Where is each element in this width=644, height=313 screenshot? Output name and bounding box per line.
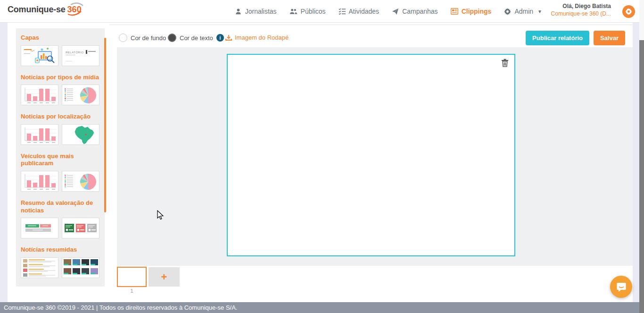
page-number-label: 1	[117, 288, 147, 294]
thumbnail-bar-chart[interactable]	[21, 171, 58, 192]
user-menu[interactable]: Olá, Diego Batista Comunique-se 360 (D..…	[551, 3, 611, 17]
people-icon	[289, 8, 297, 15]
sidebar-section-localizacao: Noticias por localização	[21, 113, 100, 145]
newspaper-icon	[451, 8, 458, 15]
section-title: Resumo da valoração de noticias	[21, 199, 100, 214]
nav-item-admin[interactable]: Admin ▼	[504, 8, 542, 15]
thumbnail-news-list[interactable]	[21, 257, 58, 278]
thumbnail-bar-chart[interactable]	[21, 85, 58, 105]
radio-cor-de-texto[interactable]: Cor de texto i	[168, 34, 224, 42]
thumbnail-brazil-map[interactable]	[62, 124, 99, 145]
thumbnail-pie-chart[interactable]	[62, 171, 99, 192]
sidebar-section-veiculos: Veículos que mais publicaram	[21, 152, 100, 192]
section-title: Noticias por tipos de mídia	[21, 74, 100, 81]
gear-icon	[625, 8, 632, 15]
sidebar-section-noticias-resumidas: Notícias resumidas	[21, 246, 100, 278]
svg-text:RELATÓRIO: RELATÓRIO	[66, 51, 84, 54]
chevron-down-icon: ▼	[537, 9, 542, 14]
valuation-bars-preview	[21, 218, 58, 238]
main-navigation: Jornalistas Públicos Atividades Campanha…	[235, 0, 542, 23]
footer-image-link[interactable]: Imagem do Rodapé	[225, 34, 289, 41]
brazil-map-preview	[62, 125, 99, 144]
trash-icon[interactable]	[501, 59, 509, 67]
scrollbar-thumb[interactable]	[639, 40, 644, 313]
pie-chart-preview	[62, 171, 99, 191]
bar-chart-preview	[21, 125, 58, 144]
sidebar-section-valoracao: Resumo da valoração de noticias	[21, 199, 100, 238]
thumbnail-valuation-cards[interactable]	[62, 218, 99, 238]
news-list-preview	[21, 258, 58, 278]
section-title: Capas	[21, 34, 100, 42]
thumbnail-cover-relatorio[interactable]: RELATÓRIO	[62, 45, 99, 66]
user-greeting: Olá, Diego Batista	[551, 3, 611, 9]
nav-item-clippings[interactable]: Clippings	[451, 8, 492, 15]
checklist-icon	[339, 8, 346, 15]
top-navbar: Comunique-se 360 Jornalistas Públicos At…	[0, 0, 639, 23]
chat-launcher-button[interactable]	[610, 276, 632, 298]
bar-chart-preview	[21, 85, 58, 105]
nav-item-publicos[interactable]: Públicos	[289, 8, 326, 15]
section-title: Noticias por localização	[21, 113, 100, 120]
sidebar-scrollbar-thumb[interactable]	[104, 38, 106, 212]
valuation-cards-preview	[62, 218, 99, 238]
radio-circle-checked[interactable]	[168, 34, 176, 42]
settings-button[interactable]	[622, 5, 635, 18]
cover-illustration-preview	[21, 46, 58, 66]
section-title: Notícias resumidas	[21, 246, 100, 254]
widgets-sidebar: Capas	[16, 28, 105, 287]
add-page-button[interactable]: +	[149, 267, 180, 287]
nav-item-campanhas[interactable]: Campanhas	[392, 8, 438, 15]
editor-toolbar: Cor de fundo Cor de texto i Imagem do Ro…	[117, 29, 633, 47]
info-icon[interactable]: i	[216, 34, 224, 42]
right-gutter	[633, 23, 639, 302]
radio-circle-unchecked[interactable]	[119, 34, 127, 42]
nav-item-jornalistas[interactable]: Jornalistas	[235, 8, 277, 15]
browser-scrollbar	[639, 0, 644, 313]
left-gutter	[0, 23, 8, 302]
news-grid-preview	[62, 258, 99, 278]
thumbnail-news-grid[interactable]	[62, 257, 99, 278]
publish-report-button[interactable]: Publicar relatório	[526, 31, 589, 45]
app-window: Comunique-se 360 Jornalistas Públicos At…	[0, 0, 644, 313]
section-title: Veículos que mais publicaram	[21, 152, 100, 167]
thumbnail-cover-illustration[interactable]	[21, 45, 58, 66]
logo-swoosh-icon	[66, 2, 85, 16]
radio-cor-de-fundo[interactable]: Cor de fundo	[119, 34, 166, 42]
chat-bubble-icon	[616, 281, 627, 293]
person-icon	[235, 8, 242, 15]
logo-360: 360	[67, 5, 82, 15]
report-page-canvas[interactable]	[227, 54, 515, 256]
content-divider	[109, 25, 633, 25]
bar-chart-preview	[21, 171, 58, 191]
logo-text: Comunique-se	[8, 5, 66, 15]
page-thumbnail-1[interactable]	[117, 267, 147, 287]
save-button[interactable]: Salvar	[594, 31, 625, 45]
thumbnail-bar-chart[interactable]	[21, 124, 58, 145]
sidebar-section-capas: Capas	[21, 34, 100, 66]
mouse-cursor	[157, 210, 165, 220]
paper-plane-icon	[392, 8, 399, 15]
footer-text: Comunique-se 360 ©2019 - 2021 | Todos os…	[4, 304, 237, 311]
thumbnail-valuation-bars[interactable]	[21, 218, 58, 238]
sidebar-section-tipos-midia: Noticias por tipos de mídia	[21, 74, 100, 106]
report-canvas-area	[117, 47, 633, 266]
gear-icon	[504, 8, 511, 15]
pie-chart-preview	[62, 85, 99, 105]
app-logo[interactable]: Comunique-se 360	[8, 5, 82, 15]
user-account: Comunique-se 360 (D...	[551, 10, 611, 17]
app-footer: Comunique-se 360 ©2019 - 2021 | Todos os…	[0, 302, 639, 313]
nav-item-atividades[interactable]: Atividades	[339, 8, 380, 15]
cover-relatorio-preview: RELATÓRIO	[62, 46, 99, 66]
download-icon	[225, 34, 232, 41]
thumbnail-pie-chart[interactable]	[62, 85, 99, 105]
